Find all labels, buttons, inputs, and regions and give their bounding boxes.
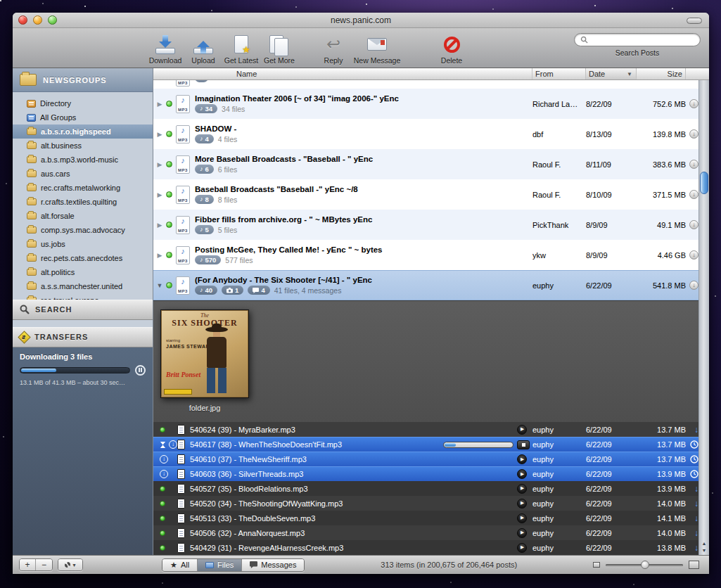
disclosure-triangle-icon[interactable]: ▶ (153, 101, 166, 108)
file-row[interactable]: 540527 (35) - BloodRelations.mp3 ▶ euphy… (153, 481, 709, 496)
play-button[interactable]: ▶ (517, 484, 527, 494)
sidebar-item-newsgroup[interactable]: a.b.s.mp3.world-music (13, 153, 153, 167)
play-button[interactable]: ▶ (517, 513, 527, 523)
audio-count-badge: ♪5 (195, 225, 214, 234)
row-download-button[interactable]: ↓ (689, 160, 698, 169)
get-latest-button[interactable]: ★ Get Latest (222, 30, 260, 66)
group-row-selected[interactable]: ▼ ♪MP3 (For Anybody - The Six Shooter [~… (153, 270, 709, 300)
status-dot-icon (166, 161, 172, 167)
add-group-button[interactable]: + (20, 559, 36, 570)
disclosure-triangle-icon[interactable]: ▶ (153, 191, 166, 198)
search-input[interactable] (592, 36, 694, 44)
vertical-scrollbar[interactable]: ▲ ▼ (698, 80, 709, 555)
size-cell: 383.6 MB (637, 160, 686, 169)
row-download-button[interactable]: ↓ (689, 281, 698, 290)
upload-button[interactable]: Upload (184, 30, 222, 66)
disclosure-triangle-icon[interactable]: ▶ (153, 222, 166, 229)
action-menu-button[interactable]: ▾ (58, 559, 82, 570)
file-row[interactable]: 540624 (39) - MyraBarker.mp3 ▶ euphy 6/2… (153, 422, 709, 437)
delete-button[interactable]: Delete (435, 30, 468, 66)
group-row[interactable]: ▶ ♪MP3 SHADOW - ♪44 files dbf 8/13/09 13… (153, 119, 709, 149)
file-row[interactable]: 540513 (33) - TheDoubleSeven.mp3 ▶ euphy… (153, 511, 709, 525)
play-button[interactable]: ▶ (517, 543, 527, 553)
download-button[interactable]: Download (146, 30, 184, 66)
file-row[interactable]: 540506 (32) - AnnaNorquest.mp3 ▶ euphy 6… (153, 525, 709, 540)
stop-button[interactable] (517, 440, 530, 449)
filter-files-button[interactable]: Files (198, 559, 242, 571)
reply-button[interactable]: ↩ Reply (318, 30, 349, 66)
scrollbar-thumb[interactable] (700, 172, 708, 194)
file-row[interactable]: 540429 (31) - RevengeAtHarnessCreek.mp3 … (153, 540, 709, 555)
sidebar-item-newsgroup[interactable]: comp.sys.mac.advocacy (13, 223, 153, 237)
sidebar-item-directory[interactable]: Directory (13, 96, 153, 110)
sidebar-item-newsgroup[interactable]: r.crafts.textiles.quilting (13, 195, 153, 209)
column-date[interactable]: Date▼ (586, 68, 637, 79)
from-cell: Richard La… (532, 100, 586, 108)
partial-group-row[interactable]: ♪MP3 ♪ (153, 80, 709, 89)
sidebar-item-newsgroup[interactable]: rec.travel.europe (13, 293, 153, 300)
title-bar[interactable]: news.panic.com (13, 13, 709, 28)
folder-jpg-thumbnail[interactable]: The SIX SHOOTER starring JAMES STEWART B… (160, 309, 249, 398)
sidebar-item-newsgroup[interactable]: rec.pets.cats.anecdotes (13, 251, 153, 265)
column-size[interactable]: Size (637, 68, 686, 79)
disclosure-triangle-icon[interactable]: ▶ (153, 161, 166, 168)
mp3-file-icon: ♪MP3 (176, 125, 190, 143)
close-button[interactable] (18, 15, 27, 25)
transfers-section-header[interactable]: ⇵ TRANSFERS (13, 327, 153, 347)
sidebar-item-newsgroup[interactable]: a.b.s.r.o.highspeed (13, 124, 153, 139)
folder-icon (27, 297, 37, 300)
folder-icon (27, 241, 37, 248)
group-row[interactable]: ▶ ♪MP3 Posting McGee, They Called Me! - … (153, 240, 709, 270)
file-row-queued[interactable]: ↓ 540610 (37) - TheNewSheriff.mp3 ▶ euph… (153, 452, 709, 466)
file-row-downloading[interactable]: ↓ 540617 (38) - WhenTheShoeDoesn'tFit.mp… (153, 437, 709, 452)
sidebar-item-newsgroup[interactable]: rec.crafts.metalworking (13, 181, 153, 195)
minimize-button[interactable] (33, 15, 42, 25)
search-field[interactable] (574, 33, 701, 46)
sidebar-item-all-groups[interactable]: All Groups (13, 110, 153, 124)
row-download-button[interactable]: ↓ (689, 190, 698, 199)
group-row[interactable]: ▶ ♪MP3 Imagination Theater 2006 [~ of 34… (153, 89, 709, 119)
search-section-header[interactable]: SEARCH (13, 300, 153, 320)
get-more-button[interactable]: Get More (260, 30, 298, 66)
row-download-button[interactable]: ↓ (689, 220, 698, 229)
thumbnail-size-slider[interactable] (606, 564, 683, 566)
file-row[interactable]: 540520 (34) - TheShootingOfWyattKing.mp3… (153, 496, 709, 511)
group-row[interactable]: ▶ ♪MP3 Baseball Broadcasts "Baseball -" … (153, 179, 709, 210)
audio-count-badge: ♪34 (195, 104, 217, 113)
file-name: 540520 (34) - TheShootingOfWyattKing.mp3 (190, 499, 517, 508)
sidebar-item-newsgroup[interactable]: alt.business (13, 139, 153, 153)
sidebar-item-newsgroup[interactable]: alt.politics (13, 265, 153, 279)
sidebar-item-newsgroup[interactable]: alt.forsale (13, 209, 153, 223)
sidebar-item-newsgroup[interactable]: a.s.s.manchester.united (13, 279, 153, 293)
sidebar-gap (13, 320, 153, 327)
play-button[interactable]: ▶ (517, 425, 527, 435)
disclosure-triangle-icon[interactable]: ▶ (153, 131, 166, 138)
column-name[interactable]: Name (153, 68, 532, 79)
row-download-button[interactable]: ↓ (689, 250, 698, 260)
play-button[interactable]: ▶ (517, 454, 527, 464)
sidebar-item-newsgroup[interactable]: us.jobs (13, 237, 153, 251)
scroll-up-button[interactable]: ▲ (702, 541, 707, 546)
row-download-button[interactable]: ↓ (689, 99, 698, 108)
sidebar-item-newsgroup[interactable]: aus.cars (13, 167, 153, 181)
play-button[interactable]: ▶ (517, 469, 527, 479)
file-row-queued[interactable]: ↓ 540603 (36) - SilverThreads.mp3 ▶ euph… (153, 466, 709, 481)
group-row[interactable]: ▶ ♪MP3 More Baseball Broadcasts - "Baseb… (153, 149, 709, 179)
play-button[interactable]: ▶ (517, 499, 527, 509)
filter-messages-button[interactable]: Messages (242, 559, 304, 571)
pause-button[interactable] (135, 365, 146, 376)
zoom-button[interactable] (48, 15, 57, 25)
play-button[interactable]: ▶ (517, 528, 527, 538)
disclosure-triangle-icon[interactable]: ▼ (153, 282, 166, 289)
new-message-button[interactable]: New Message (349, 30, 405, 66)
disclosure-triangle-icon[interactable]: ▶ (153, 252, 166, 259)
group-row[interactable]: ▶ ♪MP3 Fibber fills from archive.org - "… (153, 210, 709, 240)
remove-group-button[interactable]: − (36, 559, 52, 570)
row-download-button[interactable]: ↓ (689, 129, 698, 139)
mp3-file-icon: ♪MP3 (176, 186, 190, 204)
scroll-down-button[interactable]: ▼ (702, 548, 707, 553)
slider-thumb[interactable] (641, 561, 649, 569)
filter-all-button[interactable]: ★All (162, 559, 198, 571)
toolbar-toggle-button[interactable] (687, 18, 702, 24)
column-from[interactable]: From (532, 68, 586, 79)
